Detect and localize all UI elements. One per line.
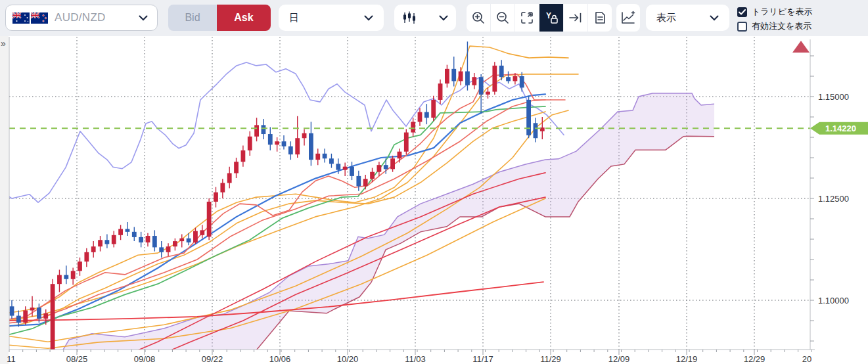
svg-text:20: 20 [802, 354, 811, 364]
traripi-checkbox-row[interactable]: トラリピを表示 [737, 5, 813, 18]
go-to-latest-button[interactable] [564, 4, 587, 32]
svg-text:09/22: 09/22 [202, 354, 223, 364]
svg-text:12/19: 12/19 [676, 354, 698, 364]
svg-text:1.15000: 1.15000 [818, 92, 849, 102]
alert-triangle-marker[interactable] [792, 41, 810, 53]
y-axis-lock-icon: Y [543, 10, 559, 26]
ask-button[interactable]: Ask [217, 5, 271, 31]
chart-plus-icon [620, 10, 636, 26]
orders-checkbox-label: 有効注文を表示 [752, 20, 811, 32]
svg-text:09/08: 09/08 [134, 354, 156, 364]
chevron-down-icon [364, 15, 373, 21]
display-options-value: 表示 [656, 12, 710, 24]
svg-text:10/20: 10/20 [337, 354, 359, 364]
traripi-checkbox[interactable] [737, 7, 747, 17]
pair-flags [12, 12, 48, 24]
currency-pair-selector[interactable]: AUD/NZD [5, 5, 158, 31]
svg-text:11/29: 11/29 [540, 354, 561, 364]
svg-text:12/09: 12/09 [608, 354, 630, 364]
chart-panel: » 1108/2509/0809/2210/0610/2011/0311/171… [0, 36, 868, 364]
timeframe-value: 日 [289, 12, 364, 24]
order-list-button[interactable] [588, 4, 612, 32]
svg-text:1.10000: 1.10000 [818, 296, 849, 306]
display-checkboxes: トラリピを表示 有効注文を表示 [737, 5, 813, 33]
y-axis-lock-button[interactable]: Y [539, 4, 563, 32]
orders-checkbox-row[interactable]: 有効注文を表示 [737, 20, 813, 33]
svg-text:08/25: 08/25 [66, 354, 88, 364]
ichimoku-cloud [55, 93, 714, 364]
document-icon [593, 11, 607, 25]
gridlines [9, 37, 810, 350]
svg-text:11/17: 11/17 [472, 354, 493, 364]
check-icon [739, 9, 746, 15]
trading-app: { "toolbar": { "pair_label": "AUD/NZD", … [0, 0, 868, 364]
x-axis-labels: 1108/2509/0809/2210/0610/2011/0311/1711/… [7, 354, 811, 364]
svg-text:12/29: 12/29 [744, 354, 765, 364]
pair-label: AUD/NZD [55, 11, 139, 24]
zoom-in-icon [471, 11, 486, 25]
bid-ask-toggle: Bid Ask [168, 5, 271, 31]
add-indicator-button[interactable] [616, 4, 640, 32]
candlestick-chart-icon [402, 11, 417, 25]
zoom-in-button[interactable] [467, 4, 490, 32]
chevron-down-icon [439, 15, 448, 21]
svg-text:11/03: 11/03 [405, 354, 426, 364]
zoom-out-button[interactable] [491, 4, 514, 32]
chart-type-select[interactable] [394, 5, 456, 31]
chevron-down-icon [710, 15, 719, 21]
fit-screen-button[interactable] [515, 4, 539, 32]
bid-button[interactable]: Bid [168, 5, 217, 31]
orders-checkbox[interactable] [737, 22, 747, 32]
australia-flag-icon [12, 12, 30, 24]
svg-text:10/06: 10/06 [269, 354, 291, 364]
svg-text:Y: Y [546, 11, 551, 20]
axes [9, 37, 815, 350]
price-chart[interactable]: 1108/2509/0809/2210/0610/2011/0311/1711/… [0, 36, 868, 364]
svg-text:11: 11 [7, 354, 16, 364]
chart-toolbar: AUD/NZD Bid Ask 日 [0, 0, 868, 36]
timeframe-select[interactable]: 日 [279, 5, 384, 31]
zoom-out-icon [495, 11, 510, 25]
expand-icon [520, 11, 534, 25]
arrow-to-end-icon [568, 11, 583, 25]
traripi-checkbox-label: トラリピを表示 [752, 6, 813, 18]
chevron-down-icon [139, 15, 148, 21]
svg-text:1.14220: 1.14220 [825, 124, 856, 133]
current-price-tag: 1.14220 [810, 122, 868, 135]
display-options-select[interactable]: 表示 [646, 5, 729, 31]
svg-text:1.12500: 1.12500 [818, 194, 849, 204]
new-zealand-flag-icon [31, 12, 48, 24]
